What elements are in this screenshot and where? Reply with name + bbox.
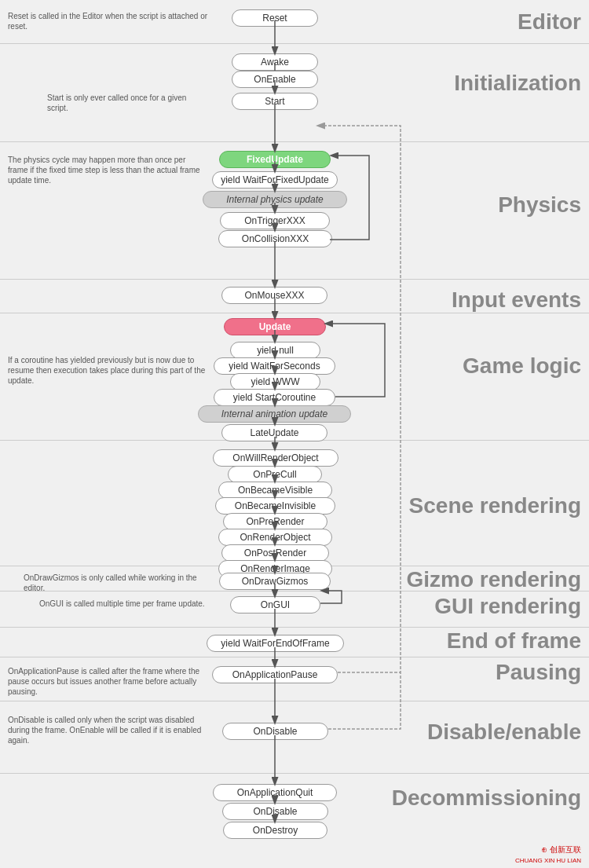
node-reset: Reset [232,9,318,27]
node-ondisable1: OnDisable [222,723,328,740]
divider-editor [0,43,589,44]
node-onprerender: OnPreRender [223,513,327,530]
note-physics: The physics cycle may happen more than o… [8,155,200,185]
label-editor: Editor [518,9,581,35]
note-coroutine: If a coroutine has yielded previously bu… [8,355,208,386]
label-gui: GUI rendering [434,594,581,619]
node-onpostrender: OnPostRender [221,544,329,562]
divider-disable [0,773,589,774]
note-pause: OnApplicationPause is called after the f… [8,666,208,697]
node-lateupdate: LateUpdate [221,424,327,441]
label-game: Game logic [463,353,581,379]
divider-init [0,141,589,142]
node-internal-physics: Internal physics update [203,191,347,208]
node-onmousexxx: OnMouseXXX [221,287,327,304]
node-onbecamevisible: OnBecameVisible [218,482,332,499]
node-yield-startcoroutine: yield StartCoroutine [214,389,335,406]
note-gui: OnGUI is called multiple time per frame … [39,599,212,609]
label-pause: Pausing [496,660,581,685]
node-yield-fixedupdate: yield WaitForFixedUpdate [212,171,338,189]
node-ondrawgizmos: OnDrawGizmos [219,573,331,590]
note-disable: OnDisable is called only when the script… [8,715,212,745]
node-onrenderobject: OnRenderObject [218,529,332,546]
label-eof: End of frame [447,628,581,654]
label-decomm: Decommissioning [392,786,581,811]
node-ontriggerxxx: OnTriggerXXX [220,212,330,229]
node-awake: Awake [232,53,318,71]
divider-eof [0,657,589,657]
label-disable: Disable/enable [427,720,581,745]
label-input: Input events [452,288,581,313]
node-yield-waitforendofframe: yield WaitForEndOfFrame [207,635,344,652]
node-onbecameinvisible: OnBecameInvisible [215,497,335,515]
node-ondisable2: OnDisable [222,803,328,820]
label-scene: Scene rendering [409,493,581,518]
divider-gui [0,627,589,628]
node-yield-www: yield WWW [230,373,320,390]
node-onapplicationquit: OnApplicationQuit [213,784,337,801]
note-start: Start is only ever called once for a giv… [47,93,204,113]
node-internal-animation: Internal animation update [198,405,351,423]
node-yield-waitforseconds: yield WaitForSeconds [214,357,335,375]
node-onapplicationpause: OnApplicationPause [212,666,338,683]
node-start: Start [232,93,318,110]
node-yield-null: yield null [230,342,320,359]
node-ondestroy: OnDestroy [223,822,327,839]
divider-pause [0,701,589,701]
note-reset: Reset is called in the Editor when the s… [8,11,216,31]
node-onenable: OnEnable [232,71,318,88]
node-onprecull: OnPreCull [228,466,322,483]
label-gizmo: Gizmo rendering [407,567,581,592]
node-fixedupdate: FixedUpdate [219,151,331,168]
divider-physics [0,279,589,280]
node-ongui: OnGUI [230,596,320,613]
node-onwillrenderobject: OnWillRenderObject [213,449,338,467]
node-oncollisionxxx: OnCollisionXXX [218,230,332,247]
label-init: Initialization [454,71,581,96]
note-gizmos: OnDrawGizmos is only called while workin… [24,573,212,593]
watermark: ⊕ 创新互联CHUANG XIN HU LIAN [515,844,581,864]
divider-input [0,313,589,313]
node-update: Update [224,318,326,335]
label-physics: Physics [498,192,581,218]
